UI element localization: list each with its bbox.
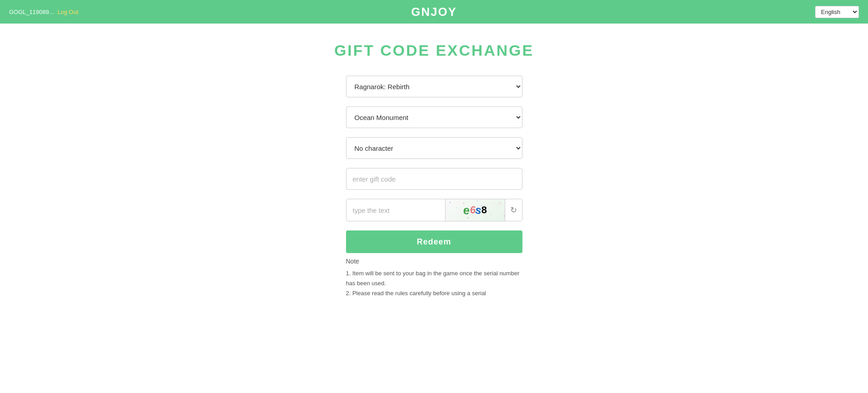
game-select[interactable]: Ragnarok: Rebirth — [346, 76, 522, 97]
note-title: Note — [346, 258, 522, 265]
character-select[interactable]: No character — [346, 137, 522, 159]
captcha-refresh-button[interactable]: ↻ — [505, 199, 522, 221]
svg-point-10 — [503, 216, 505, 217]
captcha-row: e 6 s 8 ↻ — [346, 199, 522, 221]
note-section: Note 1. Item will be sent to your bag in… — [346, 258, 522, 298]
captcha-chars: e 6 s 8 — [446, 199, 505, 221]
main-content: GIFT CODE EXCHANGE Ragnarok: Rebirth Oce… — [0, 24, 868, 326]
redeem-button[interactable]: Redeem — [346, 230, 522, 253]
header-user-info: GOGL_119089... Log Out — [9, 9, 78, 15]
server-select[interactable]: Ocean Monument — [346, 106, 522, 128]
svg-point-5 — [490, 214, 491, 215]
gift-code-form: Ragnarok: Rebirth Ocean Monument No char… — [346, 76, 522, 253]
svg-point-7 — [452, 216, 453, 216]
note-line-1: 1. Item will be sent to your bag in the … — [346, 268, 522, 288]
note-line-2: 2. Please read the rules carefully befor… — [346, 288, 522, 298]
svg-point-1 — [456, 207, 457, 208]
username-label: GOGL_119089... — [9, 9, 54, 15]
svg-point-11 — [477, 201, 478, 201]
header: GOGL_119089... Log Out GNJOY English한국어日… — [0, 0, 868, 24]
captcha-input[interactable] — [346, 199, 445, 221]
language-selector-container: English한국어日本語中文 — [815, 6, 859, 18]
svg-point-0 — [449, 202, 451, 203]
logout-link[interactable]: Log Out — [57, 9, 78, 15]
page-title: GIFT CODE EXCHANGE — [334, 42, 534, 59]
gift-code-input[interactable] — [346, 168, 522, 190]
note-text: 1. Item will be sent to your bag in the … — [346, 268, 522, 298]
site-logo: GNJOY — [411, 5, 457, 19]
svg-point-9 — [486, 217, 487, 218]
language-select[interactable]: English한국어日本語中文 — [815, 6, 859, 18]
captcha-image: e 6 s 8 — [445, 199, 505, 221]
svg-point-6 — [499, 203, 500, 204]
